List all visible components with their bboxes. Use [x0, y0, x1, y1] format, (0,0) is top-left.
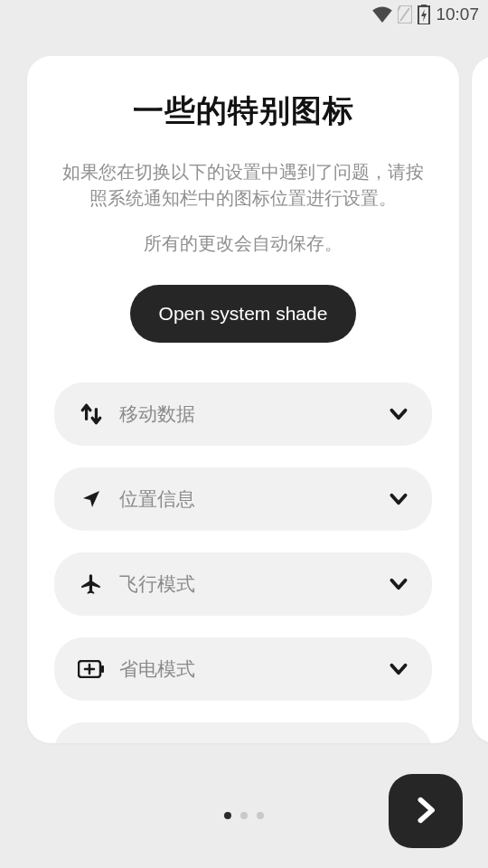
- sim-icon: [398, 5, 412, 24]
- page-title: 一些的特别图标: [54, 90, 432, 132]
- airplane-icon: [72, 572, 110, 596]
- chevron-right-icon: [410, 795, 441, 828]
- chevron-down-icon: [387, 572, 410, 596]
- row-label: 移动数据: [119, 401, 387, 427]
- svg-line-0: [400, 8, 409, 21]
- row-label: 飞行模式: [119, 571, 387, 597]
- row-label: 位置信息: [119, 486, 387, 512]
- onboarding-card: 一些的特别图标 如果您在切换以下的设置中遇到了问题，请按照系统通知栏中的图标位置…: [27, 56, 459, 743]
- row-label: 省电模式: [119, 656, 387, 682]
- svg-rect-4: [101, 665, 104, 673]
- next-button[interactable]: [389, 774, 463, 848]
- battery-icon: [418, 5, 430, 24]
- open-system-shade-button[interactable]: Open system shade: [130, 285, 357, 343]
- page-dot: [257, 812, 264, 819]
- location-icon: [72, 488, 110, 510]
- next-card-peek: [472, 56, 488, 743]
- chevron-down-icon: [387, 487, 410, 511]
- chevron-down-icon: [387, 402, 410, 426]
- row-battery-saver[interactable]: 省电模式: [54, 637, 432, 701]
- page-dot: [240, 812, 248, 819]
- row-mobile-data[interactable]: 移动数据: [54, 382, 432, 446]
- row-overflow[interactable]: [54, 722, 432, 743]
- status-bar: 10:07: [0, 0, 488, 29]
- status-time: 10:07: [436, 5, 479, 24]
- mobile-data-icon: [72, 402, 110, 426]
- battery-saver-icon: [72, 660, 110, 678]
- page-dot: [224, 812, 231, 819]
- row-airplane-mode[interactable]: 飞行模式: [54, 552, 432, 616]
- row-location[interactable]: 位置信息: [54, 467, 432, 531]
- description-2: 所有的更改会自动保存。: [54, 231, 432, 256]
- description-1: 如果您在切换以下的设置中遇到了问题，请按照系统通知栏中的图标位置进行设置。: [54, 159, 432, 212]
- wifi-icon: [372, 6, 392, 23]
- chevron-down-icon: [387, 657, 410, 681]
